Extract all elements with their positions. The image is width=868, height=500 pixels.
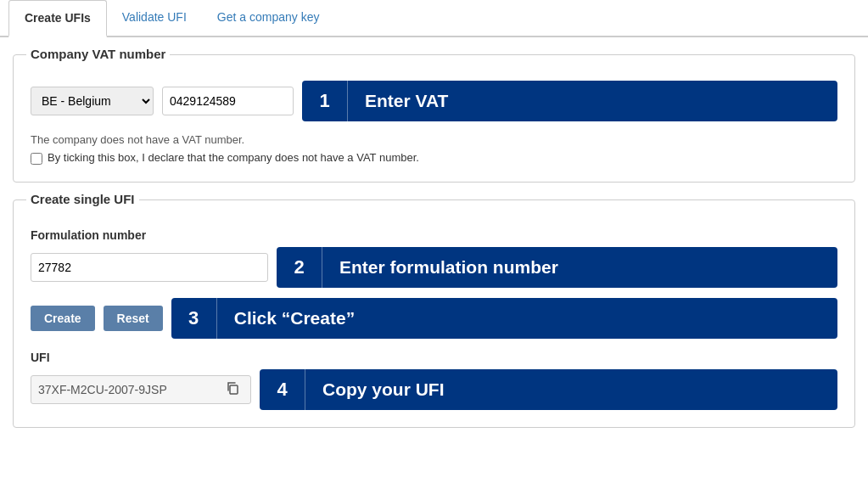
step4-number: 4 (260, 369, 305, 410)
copy-icon (226, 381, 239, 395)
formulation-label: Formulation number (31, 228, 837, 242)
tab-validate-ufi[interactable]: Validate UFI (107, 0, 202, 37)
vat-number-input[interactable] (162, 87, 294, 115)
enter-vat-button[interactable]: 1 Enter VAT (302, 81, 837, 121)
step1-number: 1 (302, 81, 348, 121)
step1-label: Enter VAT (348, 91, 837, 111)
step3-button-wrap: 3 Click “Create” (171, 298, 837, 339)
formulation-number-input[interactable] (31, 253, 268, 282)
vat-section-title: Company VAT number (26, 47, 170, 61)
create-button[interactable]: Create (31, 306, 95, 331)
step4-button-wrap: 4 Copy your UFI (260, 369, 837, 410)
step2-number: 2 (277, 247, 322, 288)
create-reset-row: Create Reset 3 Click “Create” (31, 298, 837, 339)
tab-create-ufis[interactable]: Create UFIs (8, 0, 107, 37)
step1-button-wrap: 1 Enter VAT (302, 81, 837, 121)
copy-ufi-button[interactable]: 4 Copy your UFI (260, 369, 837, 410)
enter-formulation-button[interactable]: 2 Enter formulation number (277, 247, 837, 288)
ufi-output-label: UFI (31, 351, 837, 364)
vat-input-row: BE - Belgium DE - Germany FR - France NL… (31, 81, 837, 121)
ufi-output-field: 37XF-M2CU-2007-9JSP (31, 375, 251, 404)
main-content: Company VAT number BE - Belgium DE - Ger… (0, 37, 868, 462)
no-vat-text: The company does not have a VAT number. (31, 133, 837, 146)
ufi-copy-button[interactable] (221, 379, 244, 400)
ufi-output-row: 37XF-M2CU-2007-9JSP 4 Copy your UFI (31, 369, 837, 410)
ufi-section-title: Create single UFI (26, 192, 139, 206)
step2-button-wrap: 2 Enter formulation number (277, 247, 837, 288)
country-select[interactable]: BE - Belgium DE - Germany FR - France NL… (31, 87, 154, 115)
no-vat-checkbox[interactable] (31, 153, 42, 165)
reset-button[interactable]: Reset (104, 306, 163, 331)
formulation-row: 2 Enter formulation number (31, 247, 837, 288)
vat-section-panel: Company VAT number BE - Belgium DE - Ger… (13, 54, 855, 183)
svg-rect-0 (230, 385, 238, 394)
step4-label: Copy your UFI (305, 379, 837, 400)
tab-get-company-key[interactable]: Get a company key (202, 0, 335, 37)
click-create-button[interactable]: 3 Click “Create” (171, 298, 837, 339)
no-vat-checkbox-row: By ticking this box, I declare that the … (31, 151, 837, 165)
ufi-section-panel: Create single UFI Formulation number 2 E… (13, 199, 855, 428)
tab-bar: Create UFIs Validate UFI Get a company k… (0, 0, 868, 37)
ufi-value: 37XF-M2CU-2007-9JSP (38, 383, 167, 396)
step3-label: Click “Create” (217, 308, 837, 329)
no-vat-checkbox-label: By ticking this box, I declare that the … (48, 151, 419, 164)
step3-number: 3 (171, 298, 217, 339)
step2-label: Enter formulation number (322, 257, 837, 278)
